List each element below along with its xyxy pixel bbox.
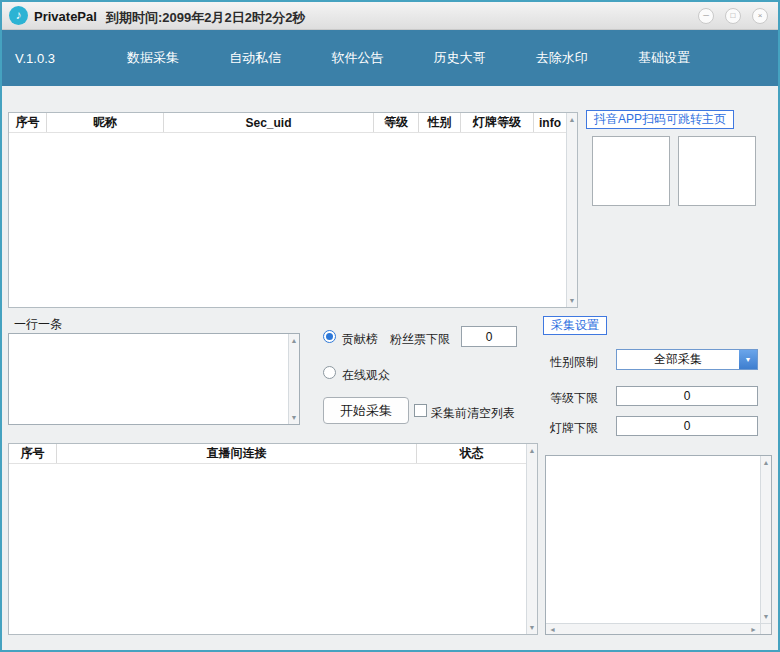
qr-section-label: 抖音APP扫码可跳转主页 [586, 110, 734, 129]
col-header-gender: 性别 [419, 113, 461, 132]
clear-before-collect-checkbox[interactable] [414, 404, 427, 417]
expiry-time-label: 到期时间:2099年2月2日2时2分2秒 [106, 9, 305, 27]
scroll-up-icon[interactable]: ▲ [289, 336, 299, 345]
nav-item-announcement[interactable]: 软件公告 [331, 49, 383, 67]
qr-code-placeholder-2 [678, 136, 756, 206]
nav-item-history[interactable]: 历史大哥 [434, 49, 486, 67]
user-table-body [9, 133, 566, 307]
col-header-level: 等级 [374, 113, 419, 132]
nav-item-remove-watermark[interactable]: 去除水印 [536, 49, 588, 67]
log-content [546, 456, 760, 623]
scroll-right-icon[interactable]: ► [750, 625, 757, 634]
nav-item-auto-message[interactable]: 自动私信 [229, 49, 281, 67]
radio-contribution-list[interactable] [323, 330, 336, 343]
room-link-textarea[interactable]: ▲ ▼ [8, 333, 300, 425]
user-table-vscrollbar[interactable]: ▲ ▼ [566, 113, 577, 307]
log-panel: ▲ ▼ ◄ ► [545, 455, 772, 635]
chevron-down-icon: ▼ [745, 356, 752, 363]
scroll-down-icon[interactable]: ▼ [289, 413, 299, 422]
scroll-up-icon[interactable]: ▲ [567, 115, 577, 124]
fan-ticket-limit-label: 粉丝票下限 [390, 331, 450, 348]
titlebar: ♪ PrivatePal 到期时间:2099年2月2日2时2分2秒 ─ □ × [2, 2, 778, 30]
col-header-badge: 灯牌等级 [461, 113, 534, 132]
room-table-body [9, 464, 526, 634]
qr-code-placeholder-1 [592, 136, 670, 206]
app-title: PrivatePal [34, 9, 97, 24]
user-table-header: 序号 昵称 Sec_uid 等级 性别 灯牌等级 info [9, 113, 566, 133]
scroll-down-icon[interactable]: ▼ [527, 623, 537, 632]
room-table-vscrollbar[interactable]: ▲ ▼ [526, 444, 537, 634]
close-icon: × [758, 11, 763, 20]
col-header-info: info [534, 113, 566, 132]
window-controls: ─ □ × [698, 8, 768, 24]
minimize-button[interactable]: ─ [698, 8, 714, 24]
log-vscrollbar[interactable]: ▲ ▼ [760, 456, 771, 623]
room-table-header: 序号 直播间连接 状态 [9, 444, 526, 464]
scroll-up-icon[interactable]: ▲ [527, 446, 537, 455]
scrollbar-corner [760, 623, 771, 634]
user-table: 序号 昵称 Sec_uid 等级 性别 灯牌等级 info ▲ ▼ [8, 112, 578, 308]
close-button[interactable]: × [752, 8, 768, 24]
gender-limit-label: 性别限制 [550, 354, 598, 371]
col-header-seq: 序号 [9, 113, 47, 132]
scroll-down-icon[interactable]: ▼ [761, 612, 771, 621]
app-logo-icon: ♪ [9, 6, 28, 25]
settings-section-label: 采集设置 [543, 316, 607, 335]
start-collect-button[interactable]: 开始采集 [323, 397, 409, 424]
col-header-nickname: 昵称 [47, 113, 164, 132]
app-window: ♪ PrivatePal 到期时间:2099年2月2日2时2分2秒 ─ □ × … [0, 0, 780, 652]
level-limit-input[interactable]: 0 [616, 386, 758, 406]
link-input-label: 一行一条 [14, 316, 62, 333]
maximize-button[interactable]: □ [725, 8, 741, 24]
col-header-secuid: Sec_uid [164, 113, 374, 132]
minimize-icon: ─ [703, 11, 709, 20]
gender-limit-value: 全部采集 [617, 350, 739, 369]
nav-item-data-collection[interactable]: 数据采集 [127, 49, 179, 67]
radio-online-viewers-label: 在线观众 [342, 367, 390, 384]
room-table: 序号 直播间连接 状态 ▲ ▼ [8, 443, 538, 635]
navbar: V.1.0.3 数据采集 自动私信 软件公告 历史大哥 去除水印 基础设置 [2, 30, 778, 86]
radio-online-viewers[interactable] [323, 366, 336, 379]
clear-before-collect-label: 采集前清空列表 [431, 405, 515, 422]
room-link-textarea-content [9, 334, 288, 424]
nav-menu: 数据采集 自动私信 软件公告 历史大哥 去除水印 基础设置 [127, 30, 690, 86]
scroll-down-icon[interactable]: ▼ [567, 296, 577, 305]
scroll-left-icon[interactable]: ◄ [549, 625, 556, 634]
scroll-up-icon[interactable]: ▲ [761, 458, 771, 467]
col-header-status: 状态 [417, 444, 526, 463]
radio-contribution-label: 贡献榜 [342, 331, 378, 348]
fan-ticket-limit-input[interactable]: 0 [461, 326, 517, 347]
badge-limit-input[interactable]: 0 [616, 416, 758, 436]
maximize-icon: □ [731, 11, 736, 20]
log-hscrollbar[interactable]: ◄ ► [546, 623, 760, 634]
version-label: V.1.0.3 [15, 51, 55, 66]
textarea-vscrollbar[interactable]: ▲ ▼ [288, 334, 299, 424]
level-limit-label: 等级下限 [550, 390, 598, 407]
col-header-seq: 序号 [9, 444, 57, 463]
col-header-room-link: 直播间连接 [57, 444, 417, 463]
music-note-icon: ♪ [16, 8, 22, 22]
gender-limit-dropdown[interactable]: 全部采集 ▼ [616, 349, 758, 370]
dropdown-arrow-button[interactable]: ▼ [739, 350, 757, 369]
nav-item-basic-settings[interactable]: 基础设置 [638, 49, 690, 67]
badge-limit-label: 灯牌下限 [550, 420, 598, 437]
